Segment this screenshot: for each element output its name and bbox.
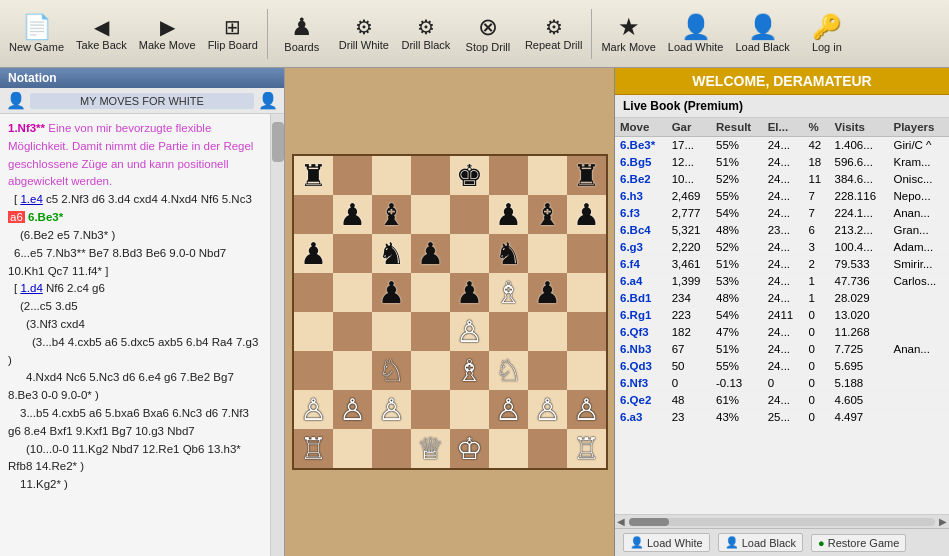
square-c2[interactable]: ♙: [372, 390, 411, 429]
table-row[interactable]: 6.Qf3 182 47% 24... 0 11.268: [615, 324, 949, 341]
square-g6[interactable]: [528, 234, 567, 273]
square-f7[interactable]: ♟: [489, 195, 528, 234]
square-e1[interactable]: ♔: [450, 429, 489, 468]
square-a3[interactable]: [294, 351, 333, 390]
table-row[interactable]: 6.g3 2,220 52% 24... 3 100.4... Adam...: [615, 239, 949, 256]
move-cell[interactable]: 6.h3: [615, 188, 667, 205]
square-g2[interactable]: ♙: [528, 390, 567, 429]
move-cell[interactable]: 6.Bg5: [615, 154, 667, 171]
square-c6[interactable]: ♞: [372, 234, 411, 273]
table-row[interactable]: 6.h3 2,469 55% 24... 7 228.116 Nepo...: [615, 188, 949, 205]
table-row[interactable]: 6.Bd1 234 48% 24... 1 28.029: [615, 290, 949, 307]
square-h8[interactable]: ♜: [567, 156, 606, 195]
square-b6[interactable]: [333, 234, 372, 273]
move-cell[interactable]: 6.Be3*: [615, 137, 667, 154]
square-d4[interactable]: [411, 312, 450, 351]
move-cell[interactable]: 6.Nb3: [615, 341, 667, 358]
square-a1[interactable]: ♖: [294, 429, 333, 468]
square-b5[interactable]: [333, 273, 372, 312]
square-g7[interactable]: ♝: [528, 195, 567, 234]
drill-white-button[interactable]: ⚙ Drill White: [334, 3, 394, 65]
horizontal-scrollbar[interactable]: ◀ ▶: [615, 514, 949, 528]
square-d5[interactable]: [411, 273, 450, 312]
square-f1[interactable]: [489, 429, 528, 468]
square-a8[interactable]: ♜: [294, 156, 333, 195]
move-cell[interactable]: 6.a4: [615, 273, 667, 290]
square-h6[interactable]: [567, 234, 606, 273]
table-row[interactable]: 6.Rg1 223 54% 2411 0 13.020: [615, 307, 949, 324]
boards-button[interactable]: ♟ Boards: [272, 3, 332, 65]
square-d1[interactable]: ♕: [411, 429, 450, 468]
square-e2[interactable]: [450, 390, 489, 429]
right-load-black-button[interactable]: 👤 Load Black: [718, 533, 803, 552]
move-cell[interactable]: 6.Bd1: [615, 290, 667, 307]
move-cell[interactable]: 6.Be2: [615, 171, 667, 188]
square-d3[interactable]: [411, 351, 450, 390]
square-c1[interactable]: [372, 429, 411, 468]
table-row[interactable]: 6.Bc4 5,321 48% 23... 6 213.2... Gran...: [615, 222, 949, 239]
h-scroll-track[interactable]: [629, 518, 935, 526]
table-row[interactable]: 6.Qd3 50 55% 24... 0 5.695: [615, 358, 949, 375]
square-g4[interactable]: [528, 312, 567, 351]
move-cell[interactable]: 6.a3: [615, 409, 667, 426]
table-row[interactable]: 6.Be2 10... 52% 24... 11 384.6... Onisc.…: [615, 171, 949, 188]
move-cell[interactable]: 6.Bc4: [615, 222, 667, 239]
move-cell[interactable]: 6.f3: [615, 205, 667, 222]
square-b3[interactable]: [333, 351, 372, 390]
square-e5[interactable]: ♟: [450, 273, 489, 312]
notation-scrollbar[interactable]: [270, 114, 284, 556]
restore-game-button[interactable]: ● Restore Game: [811, 534, 906, 552]
drill-black-button[interactable]: ⚙ Drill Black: [396, 3, 456, 65]
square-e6[interactable]: [450, 234, 489, 273]
flip-board-button[interactable]: ⊞ Flip Board: [203, 3, 263, 65]
square-b2[interactable]: ♙: [333, 390, 372, 429]
move-cell[interactable]: 6.Qf3: [615, 324, 667, 341]
table-row[interactable]: 6.Be3* 17... 55% 24... 42 1.406... Giri/…: [615, 137, 949, 154]
load-white-button[interactable]: 👤 Load White: [663, 3, 729, 65]
square-a2[interactable]: ♙: [294, 390, 333, 429]
make-move-button[interactable]: ▶ Make Move: [134, 3, 201, 65]
square-c7[interactable]: ♝: [372, 195, 411, 234]
h-scroll-thumb[interactable]: [629, 518, 669, 526]
table-row[interactable]: 6.Qe2 48 61% 24... 0 4.605: [615, 392, 949, 409]
square-c4[interactable]: [372, 312, 411, 351]
live-book-table-scroll[interactable]: Move Gar Result El... % Visits Players 6…: [615, 118, 949, 514]
square-d8[interactable]: [411, 156, 450, 195]
table-row[interactable]: 6.a3 23 43% 25... 0 4.497: [615, 409, 949, 426]
take-back-button[interactable]: ◀ Take Back: [71, 3, 132, 65]
square-h1[interactable]: ♖: [567, 429, 606, 468]
square-e7[interactable]: [450, 195, 489, 234]
scroll-right-icon[interactable]: ▶: [939, 516, 947, 527]
square-h2[interactable]: ♙: [567, 390, 606, 429]
stop-drill-button[interactable]: ⊗ Stop Drill: [458, 3, 518, 65]
move-cell[interactable]: 6.Nf3: [615, 375, 667, 392]
square-c5[interactable]: ♟: [372, 273, 411, 312]
square-e4[interactable]: ♙: [450, 312, 489, 351]
square-f5[interactable]: ♗: [489, 273, 528, 312]
square-a7[interactable]: [294, 195, 333, 234]
new-game-button[interactable]: 📄 New Game: [4, 3, 69, 65]
scroll-left-icon[interactable]: ◀: [617, 516, 625, 527]
square-f6[interactable]: ♞: [489, 234, 528, 273]
square-b4[interactable]: [333, 312, 372, 351]
table-row[interactable]: 6.Nf3 0 -0.13 0 0 5.188: [615, 375, 949, 392]
square-a5[interactable]: [294, 273, 333, 312]
move-cell[interactable]: 6.Qd3: [615, 358, 667, 375]
square-d6[interactable]: ♟: [411, 234, 450, 273]
table-row[interactable]: 6.f4 3,461 51% 24... 2 79.533 Smirir...: [615, 256, 949, 273]
square-d7[interactable]: [411, 195, 450, 234]
square-c3[interactable]: ♘: [372, 351, 411, 390]
square-h3[interactable]: [567, 351, 606, 390]
square-c8[interactable]: [372, 156, 411, 195]
right-load-white-button[interactable]: 👤 Load White: [623, 533, 710, 552]
square-g5[interactable]: ♟: [528, 273, 567, 312]
mark-move-button[interactable]: ★ Mark Move: [596, 3, 660, 65]
square-a4[interactable]: [294, 312, 333, 351]
square-e3[interactable]: ♗: [450, 351, 489, 390]
move-cell[interactable]: 6.g3: [615, 239, 667, 256]
square-f4[interactable]: [489, 312, 528, 351]
table-row[interactable]: 6.Bg5 12... 51% 24... 18 596.6... Kram..…: [615, 154, 949, 171]
square-h4[interactable]: [567, 312, 606, 351]
log-in-button[interactable]: 🔑 Log in: [797, 3, 857, 65]
chess-board[interactable]: ♜♚♜♟♝♟♝♟♟♞♟♞♟♟♗♟♙♘♗♘♙♙♙♙♙♙♖♕♔♖: [292, 154, 608, 470]
